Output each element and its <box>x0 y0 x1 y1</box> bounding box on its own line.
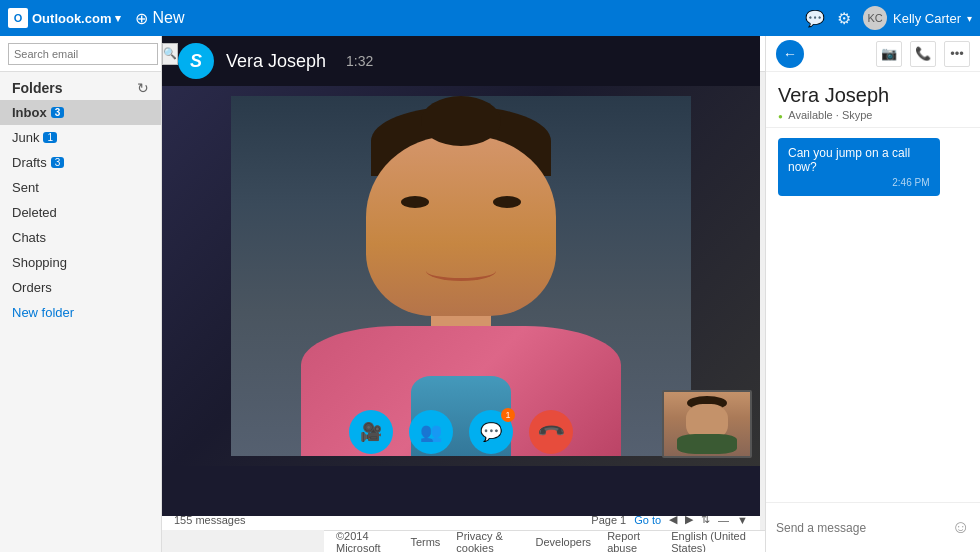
logo-chevron[interactable]: ▾ <box>115 12 121 25</box>
inbox-label: Inbox <box>12 105 47 120</box>
settings-icon[interactable]: ⚙ <box>837 9 851 28</box>
chat-messages: Can you jump on a call now? 2:46 PM <box>766 128 980 502</box>
topbar-right: 💬 ⚙ KC Kelly Carter ▾ <box>805 6 972 30</box>
people-button[interactable]: 👥 <box>409 410 453 454</box>
terms-link[interactable]: Terms <box>410 536 440 548</box>
drafts-label: Drafts <box>12 155 47 170</box>
chat-message-input[interactable] <box>776 521 944 535</box>
app-logo[interactable]: O Outlook.com ▾ <box>8 8 121 28</box>
back-arrow-icon: ← <box>783 46 797 62</box>
orders-label: Orders <box>12 280 52 295</box>
skype-overlay: S Vera Joseph 1:32 <box>162 36 760 516</box>
chat-bubble-icon: 💬 <box>480 421 502 443</box>
sidebar-item-sent[interactable]: Sent <box>0 175 161 200</box>
deleted-label: Deleted <box>12 205 57 220</box>
emoji-button[interactable]: ☺ <box>952 517 970 538</box>
report-abuse-link[interactable]: Report abuse <box>607 530 655 553</box>
sidebar-item-orders[interactable]: Orders <box>0 275 161 300</box>
plus-icon: ⊕ <box>135 9 148 28</box>
right-panel: ← 📷 📞 ••• Vera Joseph ● Available · Skyp… <box>765 36 980 552</box>
self-video <box>662 390 752 458</box>
user-menu[interactable]: KC Kelly Carter ▾ <box>863 6 972 30</box>
video-call-icon: 📷 <box>881 46 897 61</box>
contact-info: Vera Joseph ● Available · Skype <box>766 72 980 128</box>
skype-titlebar: S Vera Joseph 1:32 <box>162 36 760 86</box>
voice-call-icon: 📞 <box>915 46 931 61</box>
status-online-dot: ● <box>778 112 783 121</box>
refresh-icon[interactable]: ↻ <box>137 80 149 96</box>
inbox-badge: 3 <box>51 107 65 118</box>
status-text: Available · Skype <box>788 109 872 121</box>
sidebar-item-chats[interactable]: Chats <box>0 225 161 250</box>
new-folder-label: New folder <box>12 305 74 320</box>
sidebar-search-input[interactable] <box>8 43 158 65</box>
sidebar-item-shopping[interactable]: Shopping <box>0 250 161 275</box>
chats-label: Chats <box>12 230 46 245</box>
user-chevron-icon: ▾ <box>967 13 972 24</box>
privacy-link[interactable]: Privacy & cookies <box>456 530 519 553</box>
sidebar: Folders ↻ Inbox 3 Junk 1 Drafts 3 Sent D… <box>0 36 162 552</box>
remote-video <box>231 96 691 456</box>
right-panel-actions: 📷 📞 ••• <box>876 41 970 67</box>
contact-status: ● Available · Skype <box>778 109 968 121</box>
junk-label: Junk <box>12 130 39 145</box>
skype-video-area: 🎥 👥 💬 1 📞 <box>162 86 760 466</box>
hangup-icon: 📞 <box>535 416 566 447</box>
skype-logo-icon: S <box>178 43 214 79</box>
hangup-button[interactable]: 📞 <box>529 410 573 454</box>
user-avatar: KC <box>863 6 887 30</box>
skype-caller-name: Vera Joseph <box>226 51 326 72</box>
chat-notification-badge: 1 <box>501 408 515 422</box>
drafts-badge: 3 <box>51 157 65 168</box>
skype-controls: 🎥 👥 💬 1 📞 <box>349 410 573 454</box>
chat-button[interactable]: 💬 1 <box>469 410 513 454</box>
outlook-square-icon: O <box>8 8 28 28</box>
sidebar-item-junk[interactable]: Junk 1 <box>0 125 161 150</box>
sidebar-item-deleted[interactable]: Deleted <box>0 200 161 225</box>
app-name: Outlook.com <box>32 11 111 26</box>
developers-link[interactable]: Developers <box>535 536 591 548</box>
folders-label: Folders <box>12 80 63 96</box>
video-icon: 🎥 <box>360 421 382 443</box>
shopping-label: Shopping <box>12 255 67 270</box>
skype-call-duration: 1:32 <box>346 53 373 69</box>
sidebar-item-inbox[interactable]: Inbox 3 <box>0 100 161 125</box>
sent-label: Sent <box>12 180 39 195</box>
message-text: Can you jump on a call now? <box>788 146 930 174</box>
folders-header: Folders ↻ <box>0 72 161 100</box>
message-timestamp: 2:46 PM <box>788 177 930 188</box>
sidebar-search-bar: 🔍 <box>0 36 162 72</box>
content-area: 🔍 View All Arrange by... ▲ S Vera Joseph… <box>162 36 765 552</box>
more-icon: ••• <box>950 46 964 61</box>
sidebar-item-drafts[interactable]: Drafts 3 <box>0 150 161 175</box>
new-button[interactable]: ⊕ New <box>129 7 190 30</box>
copyright-text: ©2014 Microsoft <box>336 530 394 553</box>
self-video-face <box>664 392 750 456</box>
main-layout: Folders ↻ Inbox 3 Junk 1 Drafts 3 Sent D… <box>0 36 980 552</box>
voice-call-button[interactable]: 📞 <box>910 41 936 67</box>
junk-badge: 1 <box>43 132 57 143</box>
right-panel-header: ← 📷 📞 ••• <box>766 36 980 72</box>
topbar: O Outlook.com ▾ ⊕ New 💬 ⚙ KC Kelly Carte… <box>0 0 980 36</box>
sidebar-search-button[interactable]: 🔍 <box>162 43 178 65</box>
user-name: Kelly Carter <box>893 11 961 26</box>
more-options-button[interactable]: ••• <box>944 41 970 67</box>
new-label: New <box>152 9 184 27</box>
back-button[interactable]: ← <box>776 40 804 68</box>
video-toggle-button[interactable]: 🎥 <box>349 410 393 454</box>
contact-name: Vera Joseph <box>778 84 968 107</box>
people-icon: 👥 <box>420 421 442 443</box>
message-bubble: Can you jump on a call now? 2:46 PM <box>778 138 940 196</box>
chat-input-area: ☺ <box>766 502 980 552</box>
video-call-button[interactable]: 📷 <box>876 41 902 67</box>
language-link[interactable]: English (United States) <box>671 530 753 553</box>
sidebar-item-new-folder[interactable]: New folder <box>0 300 161 325</box>
chat-icon[interactable]: 💬 <box>805 9 825 28</box>
footer: ©2014 Microsoft Terms Privacy & cookies … <box>324 530 765 552</box>
